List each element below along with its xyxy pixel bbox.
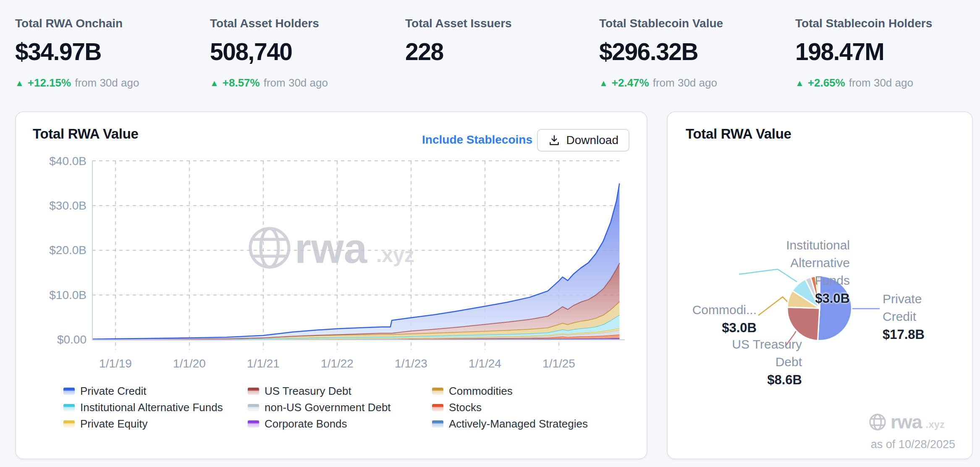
- pie-label-institutional-alternative-funds: Institutional Alternative Funds: [766, 236, 850, 289]
- legend-swatch: [432, 404, 443, 411]
- delta-percent: +2.47%: [612, 76, 649, 89]
- legend-label: Commodities: [449, 385, 513, 398]
- legend-swatch: [432, 388, 443, 395]
- legend-item-private-credit[interactable]: Private Credit: [63, 385, 248, 398]
- y-tick: $10.0B: [49, 289, 86, 302]
- legend-item-stocks[interactable]: Stocks: [432, 401, 588, 414]
- legend-item-institutional-alternative-funds[interactable]: Institutional Alternative Funds: [63, 401, 248, 414]
- watermark-word: rwa: [295, 225, 368, 272]
- legend-item-us-treasury-debt[interactable]: US Treasury Debt: [248, 385, 432, 398]
- download-label: Download: [566, 134, 618, 147]
- up-triangle-icon: ▲: [599, 79, 608, 87]
- download-button[interactable]: Download: [537, 129, 629, 152]
- stat-delta: ▲ +2.65% from 30d ago: [795, 76, 932, 89]
- stat-total-rwa-onchain: Total RWA Onchain $34.97B ▲ +12.15% from…: [15, 17, 139, 89]
- stacked-area-chart[interactable]: rwa .xyz $40.0B $30.0B $20.0B $10.0B $0.…: [16, 152, 647, 379]
- watermark-tld: .xyz: [376, 244, 414, 266]
- total-rwa-value-pie-card: Total RWA Value Institutional Alternativ…: [667, 111, 973, 459]
- legend-swatch: [248, 420, 259, 428]
- pie-label-commodities: Commodi...: [673, 301, 757, 319]
- stat-label: Total Stablecoin Value: [599, 17, 723, 30]
- delta-percent: +2.65%: [808, 76, 845, 89]
- legend-swatch: [432, 420, 443, 428]
- x-tick: 1/1/21: [247, 357, 280, 370]
- pie-value-us-treasury-debt: $8.6B: [710, 372, 802, 388]
- pie-label-private-credit: Private Credit: [883, 290, 958, 325]
- delta-suffix: from 30d ago: [849, 76, 913, 89]
- delta-percent: +8.57%: [223, 76, 260, 89]
- stat-delta: ▲ +8.57% from 30d ago: [210, 76, 328, 89]
- y-tick: $40.0B: [49, 155, 86, 168]
- delta-suffix: from 30d ago: [653, 76, 717, 89]
- download-icon: [548, 134, 561, 147]
- x-tick: 1/1/22: [321, 357, 354, 370]
- y-tick: $20.0B: [49, 244, 86, 257]
- delta-suffix: from 30d ago: [264, 76, 328, 89]
- legend-label: Stocks: [449, 401, 482, 414]
- stat-label: Total Stablecoin Holders: [795, 17, 932, 30]
- legend-item-private-equity[interactable]: Private Equity: [63, 417, 248, 430]
- stat-label: Total Asset Holders: [210, 17, 328, 30]
- pie-value-commodities: $3.0B: [673, 320, 757, 336]
- legend-label: Corporate Bonds: [265, 417, 347, 430]
- stat-total-stablecoin-value: Total Stablecoin Value $296.32B ▲ +2.47%…: [599, 17, 723, 89]
- stat-total-asset-issuers: Total Asset Issuers 228: [405, 17, 512, 76]
- legend-label: non-US Government Debt: [265, 401, 391, 414]
- legend-label: Actively-Managed Strategies: [449, 417, 588, 430]
- y-tick: $30.0B: [49, 199, 86, 212]
- stat-value: 508,740: [210, 38, 328, 66]
- up-triangle-icon: ▲: [795, 79, 804, 87]
- x-tick: 1/1/25: [542, 357, 575, 370]
- legend-swatch: [63, 388, 75, 395]
- rwa-xyz-logo: rwa .xyz: [868, 411, 945, 433]
- legend-label: Institutional Alternative Funds: [80, 401, 223, 414]
- legend-label: US Treasury Debt: [265, 385, 351, 398]
- stat-value: 198.47M: [795, 38, 932, 66]
- stat-value: 228: [405, 38, 512, 66]
- total-rwa-value-chart-card: Total RWA Value Include Stablecoins Down…: [15, 111, 647, 459]
- legend-label: Private Equity: [80, 417, 147, 430]
- logo-word: rwa: [891, 411, 922, 433]
- stat-value: $296.32B: [599, 38, 723, 66]
- legend-item-commodities[interactable]: Commodities: [432, 385, 588, 398]
- y-tick: $0.00: [57, 333, 86, 346]
- card-title: Total RWA Value: [33, 126, 139, 142]
- pie-value-private-credit: $17.8B: [883, 326, 958, 343]
- legend-swatch: [248, 388, 259, 395]
- legend-swatch: [63, 420, 75, 428]
- up-triangle-icon: ▲: [15, 79, 24, 87]
- pie-value-institutional-alternative-funds: $3.0B: [766, 290, 850, 307]
- delta-percent: +12.15%: [28, 76, 71, 89]
- stat-delta: ▲ +2.47% from 30d ago: [599, 76, 723, 89]
- legend-label: Private Credit: [80, 385, 147, 398]
- logo-tld: .xyz: [926, 419, 945, 430]
- delta-suffix: from 30d ago: [75, 76, 139, 89]
- include-stablecoins-toggle[interactable]: Include Stablecoins: [422, 133, 532, 147]
- x-tick: 1/1/24: [469, 357, 501, 370]
- globe-icon: [868, 413, 887, 431]
- stat-total-stablecoin-holders: Total Stablecoin Holders 198.47M ▲ +2.65…: [795, 17, 932, 89]
- legend-item-non-us-government-debt[interactable]: non-US Government Debt: [248, 401, 432, 414]
- x-tick: 1/1/23: [395, 357, 427, 370]
- stat-value: $34.97B: [15, 38, 139, 66]
- stat-label: Total RWA Onchain: [15, 17, 139, 30]
- up-triangle-icon: ▲: [210, 79, 219, 87]
- chart-legend: Private Credit US Treasury Debt Commodit…: [63, 383, 588, 432]
- stat-label: Total Asset Issuers: [405, 17, 512, 30]
- as-of-date: as of 10/28/2025: [871, 438, 955, 451]
- x-tick: 1/1/19: [99, 357, 132, 370]
- legend-swatch: [248, 404, 259, 411]
- pie-label-us-treasury-debt: US Treasury Debt: [710, 336, 802, 371]
- x-tick: 1/1/20: [173, 357, 206, 370]
- stat-delta: ▲ +12.15% from 30d ago: [15, 76, 139, 89]
- stat-total-asset-holders: Total Asset Holders 508,740 ▲ +8.57% fro…: [210, 17, 328, 89]
- rwa-xyz-watermark: rwa .xyz: [250, 225, 414, 272]
- legend-item-actively-managed-strategies[interactable]: Actively-Managed Strategies: [432, 417, 588, 430]
- legend-item-corporate-bonds[interactable]: Corporate Bonds: [248, 417, 432, 430]
- legend-swatch: [63, 404, 75, 411]
